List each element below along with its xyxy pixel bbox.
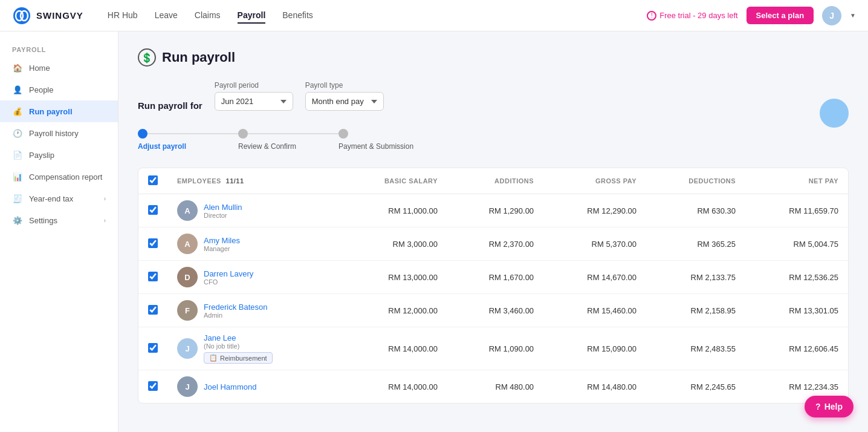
additions-cell: RM 1,090.00 <box>447 327 543 370</box>
additions-cell: RM 1,670.00 <box>447 261 543 294</box>
gross-pay-cell: RM 15,090.00 <box>543 327 646 370</box>
row-checkbox[interactable] <box>148 272 158 281</box>
net-pay-column-header: NET PAY <box>745 168 848 194</box>
step-payment-submission: Payment & Submission <box>338 129 413 151</box>
gross-pay-cell: RM 5,370.00 <box>543 227 646 261</box>
people-icon: 👤 <box>12 84 23 95</box>
additions-cell: RM 3,460.00 <box>447 294 543 327</box>
sidebar-item-people[interactable]: 👤 People <box>0 79 118 100</box>
step-label: Payment & Submission <box>338 142 413 151</box>
help-button[interactable]: ? Help <box>805 396 853 417</box>
employee-name[interactable]: Joel Hammond <box>204 382 256 391</box>
row-checkbox[interactable] <box>148 305 158 315</box>
net-pay-cell: RM 11,659.70 <box>745 194 848 227</box>
row-checkbox[interactable] <box>148 238 158 248</box>
nav-links: HR Hub Leave Claims Payroll Benefits <box>108 8 647 24</box>
nav-hr-hub[interactable]: HR Hub <box>108 8 138 24</box>
row-checkbox-cell <box>138 194 167 227</box>
nav-right: ! Free trial - 29 days left Select a pla… <box>647 6 856 25</box>
row-checkbox[interactable] <box>148 343 158 353</box>
sidebar-item-home[interactable]: 🏠 Home <box>0 57 118 79</box>
step-dot <box>238 129 248 139</box>
sidebar-item-payroll-history[interactable]: 🕐 Payroll history <box>0 122 118 144</box>
additions-cell: RM 2,370.00 <box>447 227 543 261</box>
employee-name[interactable]: Darren Lavery <box>204 269 253 278</box>
employee-name[interactable]: Jane Lee <box>204 333 273 342</box>
tax-icon: 🧾 <box>12 193 23 204</box>
employee-name[interactable]: Alen Mullin <box>204 203 242 212</box>
employee-name[interactable]: Frederick Bateson <box>204 303 268 312</box>
deductions-cell: RM 2,158.95 <box>646 294 745 327</box>
deductions-cell: RM 2,133.75 <box>646 261 745 294</box>
chevron-down-icon[interactable]: ▼ <box>850 12 856 19</box>
history-icon: 🕐 <box>12 128 23 139</box>
employee-title: CFO <box>204 278 253 286</box>
basic-salary-cell: RM 13,000.00 <box>338 261 447 294</box>
avatar[interactable]: J <box>822 6 841 25</box>
basic-salary-cell: RM 11,000.00 <box>338 194 447 227</box>
row-checkbox[interactable] <box>148 381 158 391</box>
sidebar-item-run-payroll[interactable]: 💰 Run payroll <box>0 100 118 122</box>
sidebar-item-label: Compensation report <box>29 172 106 182</box>
employee-title: Director <box>204 212 242 219</box>
nav-payroll[interactable]: Payroll <box>238 8 266 24</box>
page-title: Run payroll <box>162 50 235 65</box>
step-dot <box>138 129 147 139</box>
chart-icon: 📊 <box>12 171 23 182</box>
payroll-period-select[interactable]: Jun 2021 <box>215 92 293 111</box>
avatar: A <box>177 200 198 221</box>
payroll-type-label: Payroll type <box>305 81 384 90</box>
table-row: JJane Lee(No job title)📋ReimbursementRM … <box>138 327 848 370</box>
step-label: Review & Confirm <box>238 142 296 151</box>
avatar: J <box>177 338 198 359</box>
help-icon: ? <box>815 402 821 411</box>
main-content: 💲 Run payroll Run payroll for Payroll pe… <box>118 31 868 432</box>
step-connector <box>248 133 338 134</box>
row-checkbox-cell <box>138 227 167 261</box>
deductions-cell: RM 630.30 <box>646 194 745 227</box>
avatar: A <box>177 234 198 254</box>
nav-benefits[interactable]: Benefits <box>282 8 313 24</box>
table-row: DDarren LaveryCFORM 13,000.00RM 1,670.00… <box>138 261 848 294</box>
sidebar-item-label: Payslip <box>29 151 106 160</box>
table-row: FFrederick BatesonAdminRM 12,000.00RM 3,… <box>138 294 848 327</box>
step-label[interactable]: Adjust payroll <box>138 142 186 151</box>
sidebar-item-payslip[interactable]: 📄 Payslip <box>0 144 118 166</box>
employee-name[interactable]: Amy Miles <box>204 236 240 245</box>
deductions-cell: RM 2,245.65 <box>646 370 745 404</box>
nav-leave[interactable]: Leave <box>155 8 178 24</box>
sidebar-item-year-end-tax[interactable]: 🧾 Year-end tax › <box>0 188 118 209</box>
row-checkbox[interactable] <box>148 205 158 215</box>
step-connector <box>147 133 238 134</box>
select-all-checkbox[interactable] <box>148 175 158 185</box>
sidebar-item-label: Run payroll <box>29 107 106 116</box>
progress-steps: Adjust payroll Review & Confirm Payment … <box>138 129 849 151</box>
sidebar-section-label: PAYROLL <box>0 41 118 57</box>
sidebar-item-label: Year-end tax <box>29 194 98 203</box>
sidebar-item-settings[interactable]: ⚙️ Settings › <box>0 209 118 231</box>
payroll-table: EMPLOYEES 11/11 BASIC SALARY ADDITIONS G… <box>138 168 849 404</box>
gross-pay-cell: RM 14,480.00 <box>543 370 646 404</box>
blue-circle-decoration <box>820 99 849 128</box>
payroll-type-select[interactable]: Month end pay <box>305 92 384 111</box>
employee-cell: AAlen MullinDirector <box>167 194 338 227</box>
sidebar-item-label: Payroll history <box>29 129 106 138</box>
select-plan-button[interactable]: Select a plan <box>747 7 814 24</box>
gross-pay-column-header: GROSS PAY <box>543 168 646 194</box>
nav-claims[interactable]: Claims <box>195 8 221 24</box>
payroll-period-label: Payroll period <box>215 81 293 90</box>
step-review-confirm: Review & Confirm <box>238 129 338 151</box>
reimbursement-icon: 📋 <box>209 354 218 362</box>
additions-column-header: ADDITIONS <box>447 168 543 194</box>
basic-salary-cell: RM 14,000.00 <box>338 370 447 404</box>
deductions-column-header: DEDUCTIONS <box>646 168 745 194</box>
chevron-right-icon: › <box>104 195 106 202</box>
avatar: D <box>177 267 198 287</box>
deductions-cell: RM 2,483.55 <box>646 327 745 370</box>
sidebar-item-compensation-report[interactable]: 📊 Compensation report <box>0 166 118 188</box>
basic-salary-column-header: BASIC SALARY <box>338 168 447 194</box>
gross-pay-cell: RM 15,460.00 <box>543 294 646 327</box>
trial-badge: ! Free trial - 29 days left <box>647 11 737 21</box>
additions-cell: RM 480.00 <box>447 370 543 404</box>
logo[interactable]: SWINGVY <box>12 6 83 25</box>
